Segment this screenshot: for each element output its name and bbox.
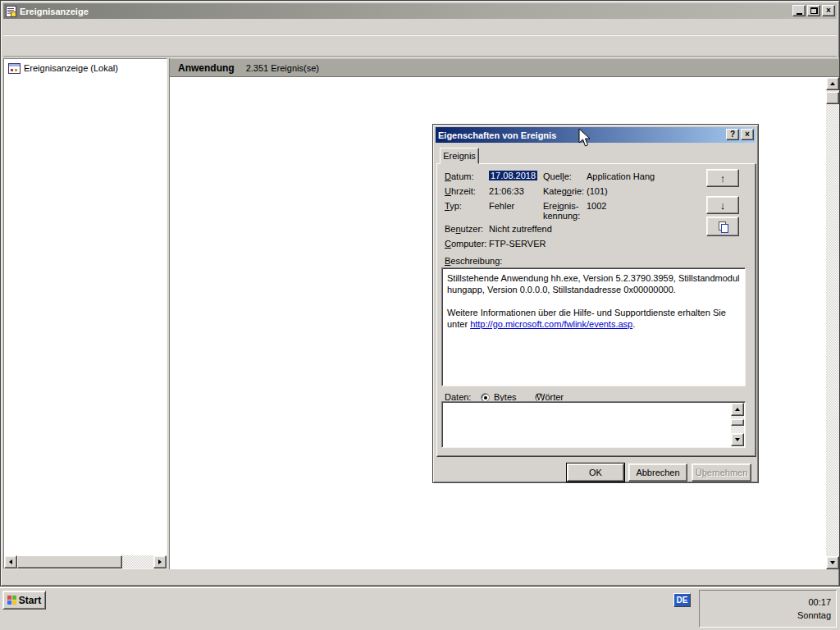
kennung-label-1: Ereignis- bbox=[543, 201, 578, 211]
arrow-down-icon bbox=[735, 438, 740, 444]
arrow-left-icon bbox=[7, 559, 12, 564]
kennung-label-2: kennung: bbox=[543, 211, 580, 221]
window-title: Ereignisanzeige bbox=[20, 7, 89, 16]
next-event-button[interactable]: ↓ bbox=[706, 196, 739, 214]
tree-root[interactable]: Ereignisanzeige (Lokal) bbox=[4, 62, 167, 75]
scrollbar-thumb[interactable] bbox=[826, 92, 839, 104]
close-button[interactable]: × bbox=[741, 129, 754, 140]
apply-button[interactable]: Übernehmen bbox=[692, 463, 751, 482]
scroll-down-button[interactable] bbox=[731, 433, 744, 446]
typ-value: Fehler bbox=[489, 201, 514, 211]
close-icon: × bbox=[826, 7, 831, 15]
scroll-right-button[interactable] bbox=[153, 555, 167, 568]
copy-button[interactable] bbox=[706, 217, 739, 236]
window-titlebar[interactable]: Ereignisanzeige × bbox=[3, 3, 837, 19]
scrollbar-thumb[interactable] bbox=[17, 555, 122, 568]
scroll-left-button[interactable] bbox=[4, 555, 17, 568]
computer-label: Computer: bbox=[445, 239, 486, 249]
windows-logo-icon bbox=[7, 596, 16, 605]
hex-data-box[interactable] bbox=[441, 401, 746, 448]
benutzer-label: Benutzer: bbox=[445, 224, 483, 234]
hex-scrollbar[interactable] bbox=[731, 403, 744, 446]
result-title: Anwendung bbox=[178, 62, 235, 74]
menu-bar bbox=[3, 19, 837, 35]
close-button[interactable]: × bbox=[822, 5, 835, 16]
clock-day: Sonntag bbox=[797, 609, 831, 622]
typ-label: Typ: bbox=[445, 201, 462, 211]
result-header: Anwendung 2.351 Ereignis(se) bbox=[170, 58, 839, 77]
kategorie-label: Kategorie: bbox=[543, 186, 584, 196]
datum-label: Datum: bbox=[445, 171, 473, 181]
language-indicator[interactable]: DE bbox=[673, 593, 691, 607]
tree-horizontal-scrollbar[interactable] bbox=[4, 555, 167, 568]
datum-value: 17.08.2018 bbox=[489, 171, 537, 180]
console-root-icon bbox=[8, 63, 21, 74]
restore-icon bbox=[810, 7, 818, 14]
question-icon: ? bbox=[730, 130, 735, 139]
scrollbar-track[interactable] bbox=[731, 416, 744, 433]
quelle-label: Quelle: bbox=[543, 171, 572, 181]
scroll-up-button[interactable] bbox=[731, 403, 744, 416]
arrow-right-icon bbox=[158, 559, 164, 564]
support-link[interactable]: http://go.microsoft.com/fwlink/events.as… bbox=[470, 319, 632, 329]
scroll-up-button[interactable] bbox=[826, 77, 839, 90]
tray-clock: 00:17 Sonntag bbox=[797, 596, 831, 622]
arrow-up-icon bbox=[830, 80, 835, 85]
minimize-button[interactable] bbox=[792, 5, 806, 16]
scrollbar-thumb[interactable] bbox=[731, 419, 744, 426]
desktop: Ereignisanzeige × Ereignisanzeige (Lokal… bbox=[0, 0, 840, 630]
quelle-value: Application Hang bbox=[587, 171, 655, 181]
dialog-titlebar[interactable]: Eigenschaften von Ereignis ? × bbox=[436, 127, 756, 143]
kennung-value: 1002 bbox=[587, 201, 606, 211]
close-icon: × bbox=[745, 130, 750, 139]
ok-button[interactable]: OK bbox=[567, 463, 624, 482]
description-paragraph-1: Stillstehende Anwendung hh.exe, Version … bbox=[447, 272, 740, 295]
result-count: 2.351 Ereignis(se) bbox=[246, 63, 319, 73]
arrow-down-icon bbox=[830, 561, 835, 567]
uhrzeit-value: 21:06:33 bbox=[489, 186, 524, 196]
minimize-icon bbox=[797, 13, 802, 15]
arrow-up-icon bbox=[735, 405, 740, 411]
computer-value: FTP-SERVER bbox=[489, 239, 546, 249]
scrollbar-track[interactable] bbox=[826, 90, 839, 556]
dialog-title: Eigenschaften von Ereignis bbox=[438, 130, 556, 140]
description-box[interactable]: Stillstehende Anwendung hh.exe, Version … bbox=[441, 267, 746, 386]
console-tree-panel: Ereignisanzeige (Lokal) bbox=[3, 58, 167, 569]
tab-label: Ereignis bbox=[443, 151, 476, 161]
restore-button[interactable] bbox=[807, 5, 820, 16]
scrollbar-track[interactable] bbox=[17, 555, 153, 568]
system-tray: 00:17 Sonntag bbox=[699, 590, 837, 628]
uhrzeit-label: Uhrzeit: bbox=[445, 186, 476, 196]
column-headers bbox=[170, 77, 826, 91]
benutzer-value: Nicht zutreffend bbox=[489, 224, 552, 234]
list-vertical-scrollbar[interactable] bbox=[826, 77, 839, 569]
description-paragraph-2: Weitere Informationen über die Hilfe- un… bbox=[447, 307, 740, 330]
tab-ereignis[interactable]: Ereignis bbox=[440, 148, 479, 164]
start-label: Start bbox=[19, 595, 41, 606]
beschreibung-label: Beschreibung: bbox=[445, 256, 502, 266]
scroll-down-button[interactable] bbox=[826, 556, 839, 569]
previous-event-button[interactable]: ↑ bbox=[706, 169, 739, 187]
toolbar bbox=[3, 35, 837, 57]
clock-time: 00:17 bbox=[797, 596, 831, 609]
copy-icon bbox=[719, 221, 728, 231]
taskbar: Start DE 00:17 Sonntag bbox=[0, 587, 840, 630]
help-button[interactable]: ? bbox=[726, 129, 739, 140]
event-properties-dialog: Eigenschaften von Ereignis ? × Ereignis … bbox=[432, 124, 759, 483]
tree-root-label: Ereignisanzeige (Lokal) bbox=[24, 63, 118, 73]
kategorie-value: (101) bbox=[587, 186, 608, 196]
start-button[interactable]: Start bbox=[2, 591, 46, 609]
event-viewer-icon bbox=[6, 6, 16, 17]
cancel-button[interactable]: Abbrechen bbox=[628, 463, 687, 482]
